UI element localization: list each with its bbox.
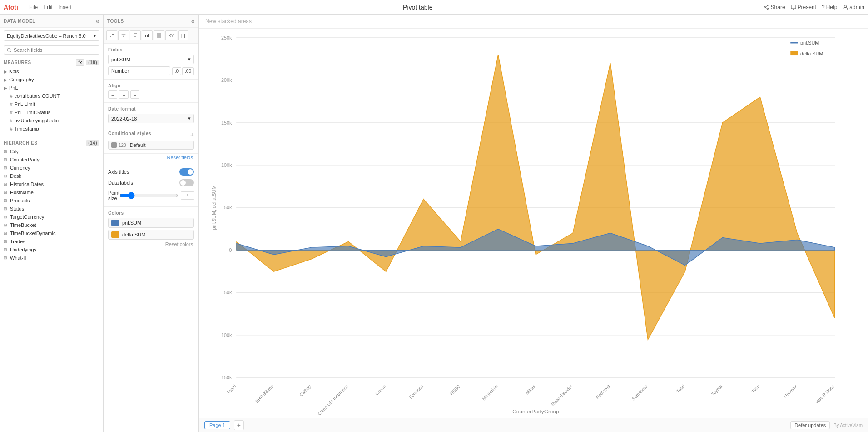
point-size-slider[interactable] [119, 192, 178, 199]
hierarchy-item-status[interactable]: ⊞ Status [0, 205, 103, 213]
measure-item-kpis[interactable]: ▶ Kpis [0, 67, 103, 75]
date-format-input[interactable]: 2022-02-18 ▾ [108, 114, 194, 123]
stacked-area-chart: 250k 200k 150k 100k 50k 0 -50k -100k -15… [199, 29, 868, 418]
axis-titles-toggle[interactable] [179, 168, 194, 176]
measure-item-pnl-limit-status[interactable]: # PnL Limit Status [0, 108, 103, 116]
hierarchy-item-historicaldates[interactable]: ⊞ HistoricalDates [0, 180, 103, 188]
fx-button[interactable]: fx [76, 59, 84, 66]
page-tab-1[interactable]: Page 1 [204, 421, 230, 429]
filter-down-tool-btn[interactable] [118, 30, 129, 40]
hierarchy-item-underlyings[interactable]: ⊞ Underlyings [0, 246, 103, 254]
delta-color-swatch[interactable] [111, 231, 119, 238]
colors-section: Colors pnl.SUM delta.SUM Reset colors [104, 207, 198, 251]
cond-header: Conditional styles + [108, 131, 194, 138]
bar-chart-icon [145, 33, 149, 38]
measure-item-pnl[interactable]: ▶ PnL [0, 84, 103, 92]
present-button[interactable]: Present [791, 4, 816, 10]
align-left-btn[interactable]: ≡ [108, 90, 117, 99]
y-tick: -150k [219, 375, 232, 380]
hierarchies-count: (14) [86, 140, 99, 146]
svg-line-3 [765, 6, 767, 7]
xy-tool-btn[interactable]: XY [165, 30, 177, 40]
svg-rect-15 [159, 34, 161, 35]
align-right-btn[interactable]: ≡ [130, 90, 139, 99]
format-comma-btn[interactable]: .0 [172, 67, 181, 75]
menu-bar: File Edit Insert [29, 4, 72, 10]
chevron-down-icon: ▾ [188, 56, 191, 62]
hierarchy-item-counterparty[interactable]: ⊞ CounterParty [0, 156, 103, 164]
bracket-label: [-] [181, 33, 185, 38]
folder-icon: ▶ [4, 85, 7, 90]
type-row: Number .0 .00 [108, 66, 194, 75]
menu-insert[interactable]: Insert [58, 4, 72, 10]
y-tick: 0 [229, 247, 232, 253]
type-select[interactable]: Number [108, 66, 170, 75]
format-decimal-btn[interactable]: .00 [182, 67, 194, 75]
tools-panel: TOOLS « XY [-] [104, 15, 199, 432]
hierarchy-item-timebucketdynamic[interactable]: ⊞ TimeBucketDynamic [0, 229, 103, 237]
menu-file[interactable]: File [29, 4, 38, 10]
pencil-tool-btn[interactable] [106, 30, 117, 40]
x-label-cosco: Cosco [374, 383, 387, 396]
hierarchy-item-timebucket[interactable]: ⊞ TimeBucket [0, 221, 103, 229]
hierarchy-item-currency[interactable]: ⊞ Currency [0, 164, 103, 172]
search-icon [7, 48, 12, 53]
chart-area: New stacked areas 250k 200k 150k [199, 15, 868, 432]
share-button[interactable]: Share [764, 4, 785, 10]
measure-item-geography[interactable]: ▶ Geography [0, 75, 103, 84]
user-button[interactable]: admin [843, 4, 864, 10]
hierarchy-icon: ⊞ [4, 166, 7, 170]
hierarchy-item-whatif[interactable]: ⊞ What-If [0, 254, 103, 262]
hierarchy-icon: ⊞ [4, 198, 7, 203]
search-input[interactable] [14, 47, 96, 53]
hierarchy-item-targetcurrency[interactable]: ⊞ TargetCurrency [0, 213, 103, 221]
data-labels-row: Data labels [108, 177, 194, 188]
axis-titles-label: Axis titles [108, 169, 129, 175]
collapse-tools-btn[interactable]: « [191, 17, 195, 25]
reset-colors-link[interactable]: Reset colors [108, 241, 194, 247]
add-cond-btn[interactable]: + [190, 131, 194, 138]
axis-titles-section: Axis titles Data labels Point size 4 [104, 163, 198, 207]
measure-item-contributors-count[interactable]: # contributors.COUNT [0, 92, 103, 100]
measure-item-pv-underlyings-ratio[interactable]: # pv.UnderlyingsRatio [0, 116, 103, 125]
legend-delta-label: delta.SUM [800, 51, 823, 56]
defer-updates-btn[interactable]: Defer updates [790, 421, 830, 429]
svg-line-4 [765, 7, 767, 8]
menu-edit[interactable]: Edit [43, 4, 53, 10]
brand-label: By ActiveViam [833, 423, 863, 428]
hierarchy-item-trades[interactable]: ⊞ Trades [0, 237, 103, 246]
hierarchy-item-desk[interactable]: ⊞ Desk [0, 172, 103, 180]
share-icon [764, 5, 769, 10]
align-center-btn[interactable]: ≡ [119, 90, 128, 99]
model-select[interactable]: EquityDerivativesCube – Ranch 6.0 ▾ [4, 30, 99, 41]
hierarchy-item-city[interactable]: ⊞ City [0, 147, 103, 156]
hierarchy-item-hostname[interactable]: ⊞ HostName [0, 188, 103, 196]
x-label-total: Total [675, 384, 685, 394]
y-tick: 150k [221, 120, 232, 126]
folder-icon: ▶ [4, 77, 7, 82]
help-button[interactable]: ? Help [822, 4, 837, 10]
reset-fields-link[interactable]: Reset fields [108, 155, 194, 160]
measures-list: ▶ Kpis ▶ Geography ▶ PnL # contributors.… [0, 67, 103, 133]
topbar: Atoti File Edit Insert Pivot table Share… [0, 0, 868, 15]
data-labels-label: Data labels [108, 180, 133, 186]
measure-item-timestamp[interactable]: # Timestamp [0, 125, 103, 133]
collapse-left-btn[interactable]: « [96, 17, 99, 25]
svg-point-9 [7, 48, 10, 51]
hierarchy-item-products[interactable]: ⊞ Products [0, 196, 103, 205]
point-size-row: Point size 4 [108, 188, 194, 203]
pnl-color-swatch[interactable] [111, 220, 119, 226]
data-labels-toggle[interactable] [179, 179, 194, 186]
svg-rect-12 [147, 35, 148, 37]
main-layout: DATA MODEL « EquityDerivativesCube – Ran… [0, 15, 868, 432]
legend-pnl-swatch [790, 42, 798, 44]
measure-item-pnl-limit[interactable]: # PnL Limit [0, 100, 103, 108]
add-page-btn[interactable]: + [234, 420, 244, 430]
funnel-tool-btn[interactable] [130, 30, 141, 40]
bracket-tool-btn[interactable]: [-] [178, 30, 188, 40]
grid-tool-btn[interactable] [154, 30, 164, 40]
fields-label: Fields [108, 47, 194, 52]
chevron-down-icon: ▾ [94, 33, 96, 39]
bar-chart-tool-btn[interactable] [142, 30, 153, 40]
field-select[interactable]: pnl.SUM ▾ [108, 55, 194, 64]
